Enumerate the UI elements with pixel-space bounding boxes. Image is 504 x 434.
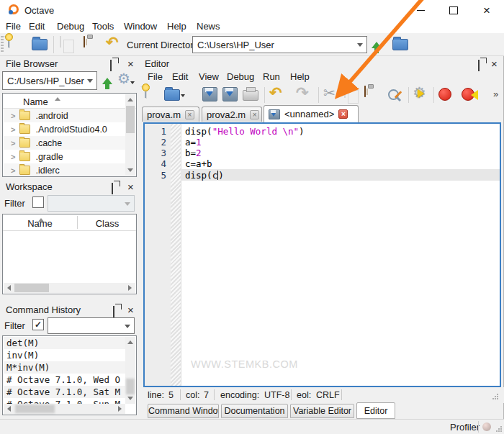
tab-unnamed[interactable]: <unnamed> × — [264, 105, 359, 122]
previous-breakpoint-button[interactable] — [462, 88, 474, 101]
scrollbar-thumb[interactable] — [15, 404, 55, 413]
profiler-status-icon[interactable] — [482, 422, 491, 431]
scroll-right-icon[interactable] — [125, 283, 135, 293]
tab-close-icon[interactable]: × — [185, 110, 194, 119]
history-item[interactable]: # Octave 7.1.0, Sat M — [4, 386, 125, 398]
scroll-up-icon[interactable] — [125, 94, 135, 104]
file-browser-up-button[interactable] — [102, 74, 112, 86]
history-filter-checkbox[interactable]: ✓ — [32, 319, 44, 330]
dock-tab-variable-editor[interactable]: Variable Editor — [290, 404, 354, 418]
editor-menu-debug[interactable]: Debug — [227, 71, 254, 83]
editor-open-button[interactable] — [164, 86, 180, 101]
code-editor[interactable]: 1 2 3 4 5 disp("Hello World \n") a=1 b=2… — [143, 122, 501, 387]
history-item[interactable]: inv(M) — [4, 349, 125, 361]
editor-redo-button[interactable]: ↷ — [296, 85, 309, 100]
workspace-undock-icon[interactable] — [112, 183, 113, 194]
new-script-button[interactable] — [8, 37, 9, 47]
file-browser-actions-button[interactable]: ⚙ — [117, 71, 136, 90]
expand-chevron-icon[interactable]: > — [11, 166, 15, 175]
tab-close-icon[interactable]: × — [250, 110, 259, 119]
file-browser-close-icon[interactable]: × — [127, 58, 134, 69]
file-browser-undock-icon[interactable] — [110, 60, 112, 71]
file-browser-header[interactable]: Name — [3, 94, 136, 109]
file-browser-path-combobox[interactable]: C:/Users/HP_User — [2, 71, 97, 90]
expand-chevron-icon[interactable]: > — [11, 125, 15, 134]
copy-button[interactable] — [60, 37, 61, 47]
print-button[interactable] — [243, 86, 258, 101]
find-replace-button[interactable] — [388, 87, 399, 100]
workspace-filter-combobox[interactable] — [48, 195, 135, 212]
open-dropdown-icon[interactable] — [181, 94, 185, 99]
browse-directory-button[interactable] — [392, 35, 408, 50]
editor-menu-edit[interactable]: Edit — [172, 71, 188, 83]
scroll-left-icon[interactable] — [4, 404, 14, 414]
history-filter-combobox[interactable] — [48, 317, 135, 334]
dock-tab-documentation[interactable]: Documentation — [221, 404, 288, 418]
history-item[interactable]: det(M) — [4, 337, 125, 349]
scroll-up-icon[interactable] — [125, 337, 135, 347]
menu-debug[interactable]: Debug — [57, 20, 84, 33]
history-item[interactable]: M*inv(M) — [4, 361, 125, 374]
open-button[interactable] — [32, 35, 48, 50]
maximize-button[interactable] — [439, 0, 468, 20]
expand-chevron-icon[interactable]: > — [11, 153, 15, 161]
scrollbar-thumb[interactable] — [126, 106, 135, 133]
save-and-run-button[interactable]: ⚙ — [413, 85, 431, 104]
toolbar-overflow-chevron[interactable]: » — [493, 89, 498, 99]
toggle-breakpoint-button[interactable] — [438, 88, 451, 101]
tree-item-gradle[interactable]: >.gradle — [4, 150, 125, 163]
history-hscrollbar[interactable] — [4, 404, 125, 414]
editor-undo-button[interactable]: ↶ — [269, 85, 282, 100]
menu-help[interactable]: Help — [167, 20, 186, 33]
current-directory-combobox[interactable]: C:\Users\HP_User — [192, 36, 367, 53]
minimize-button[interactable] — [406, 0, 435, 20]
window-resize-grip[interactable] — [495, 425, 502, 432]
scroll-down-icon[interactable] — [125, 166, 135, 176]
cut-button[interactable]: ✂ — [323, 86, 336, 100]
scrollbar-thumb[interactable] — [126, 379, 135, 394]
editor-menu-help[interactable]: Help — [290, 71, 310, 83]
dock-tab-command-window[interactable]: Command Window — [148, 404, 219, 418]
breakpoint-margin[interactable] — [171, 124, 181, 386]
scroll-left-icon[interactable] — [4, 283, 14, 293]
editor-menu-view[interactable]: View — [199, 71, 219, 83]
undo-button[interactable]: ↶ — [106, 35, 119, 50]
save-as-button[interactable] — [222, 87, 238, 101]
workspace-filter-checkbox[interactable] — [32, 196, 44, 208]
editor-copy-button[interactable] — [344, 87, 346, 97]
tree-item-cache[interactable]: >.cache — [4, 136, 125, 150]
editor-close-icon[interactable]: × — [491, 58, 498, 69]
editor-menu-file[interactable]: File — [148, 71, 163, 83]
directory-up-button[interactable] — [372, 38, 382, 50]
command-history-undock-icon[interactable] — [113, 306, 114, 317]
tree-item-androidstudio[interactable]: >.AndroidStudio4.0 — [4, 122, 125, 136]
scrollbar-thumb[interactable] — [14, 284, 49, 292]
save-button[interactable] — [202, 87, 217, 101]
workspace-table-header[interactable]: Name Class — [3, 214, 136, 231]
workspace-close-icon[interactable]: × — [127, 181, 134, 192]
expand-chevron-icon[interactable]: > — [11, 139, 15, 148]
command-history-close-icon[interactable]: × — [127, 304, 134, 315]
tree-item-android[interactable]: >.android — [4, 109, 125, 122]
history-item[interactable]: # Octave 7.1.0, Wed O — [4, 374, 125, 386]
close-button[interactable]: × — [472, 0, 501, 20]
editor-menu-run[interactable]: Run — [263, 71, 280, 83]
menu-file[interactable]: File — [6, 20, 21, 33]
file-browser-vscrollbar[interactable] — [125, 94, 135, 176]
tab-prova-m[interactable]: prova.m × — [142, 107, 199, 122]
dock-tab-editor[interactable]: Editor — [356, 402, 395, 419]
tab-prova2-m[interactable]: prova2.m × — [202, 107, 262, 122]
workspace-hscrollbar[interactable] — [4, 283, 135, 293]
scroll-down-icon[interactable] — [125, 394, 135, 404]
editor-new-button[interactable] — [145, 87, 146, 97]
tab-close-icon[interactable]: × — [338, 109, 348, 119]
editor-paste-button[interactable] — [364, 86, 366, 96]
menu-edit[interactable]: Edit — [29, 20, 45, 33]
history-vscrollbar[interactable] — [125, 337, 135, 404]
menu-tools[interactable]: Tools — [92, 20, 114, 33]
tree-item-idlerc[interactable]: >.idlerc — [4, 163, 125, 177]
expand-chevron-icon[interactable]: > — [11, 112, 15, 120]
paste-button[interactable] — [84, 37, 85, 47]
menu-news[interactable]: News — [197, 20, 220, 33]
resize-grip[interactable] — [492, 393, 498, 399]
